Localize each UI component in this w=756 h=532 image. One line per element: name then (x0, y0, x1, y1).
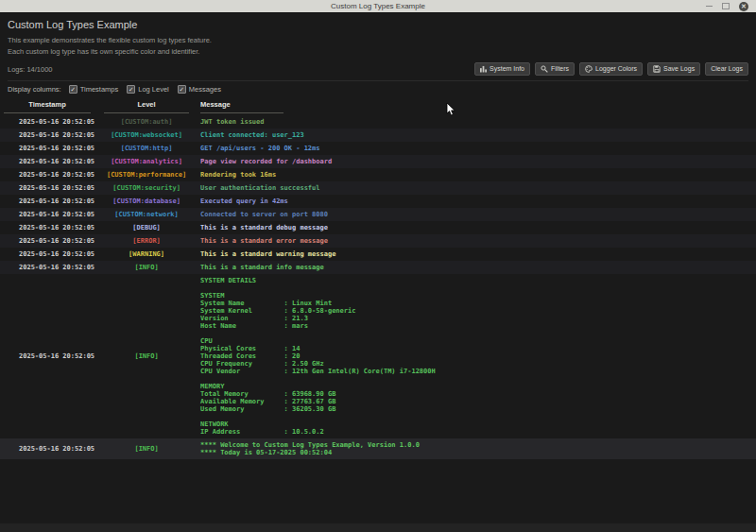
log-message: User authentication successful (198, 181, 756, 195)
log-message: **** Welcome to Custom Log Types Example… (198, 438, 756, 459)
button-label: System Info (490, 65, 524, 73)
log-message: SYSTEM DETAILS SYSTEM System Name : Linu… (198, 274, 756, 438)
minimize-icon[interactable] (706, 6, 713, 7)
log-message: Rendering took 16ms (198, 168, 756, 181)
log-level: [DEBUG] (94, 224, 198, 232)
header-level[interactable]: Level (94, 100, 198, 109)
display-columns-label: Display columns: (8, 85, 61, 94)
button-label: Save Logs (663, 65, 695, 73)
log-row[interactable]: 2025-05-16 20:52:05[CUSTOM:security]User… (0, 181, 756, 195)
clear-logs-button[interactable]: Clear Logs (705, 62, 748, 76)
log-timestamp: 2025-05-16 20:52:05 (0, 171, 94, 179)
checkbox-label: Messages (189, 85, 221, 94)
log-message: JWT token issued (198, 115, 756, 129)
log-timestamp: 2025-05-16 20:52:05 (0, 118, 94, 126)
window-title: Custom Log Types Example (0, 0, 756, 12)
description-line-1: This example demonstrates the flexible c… (8, 36, 748, 44)
logs-count: Logs: 14/1000 (8, 65, 53, 74)
log-level: [INFO] (94, 352, 198, 360)
window-bottom-edge (0, 523, 756, 532)
log-level: [CUSTOM:http] (94, 145, 198, 152)
filters-button[interactable]: Filters (535, 62, 575, 76)
log-message: This is a standard info message (198, 261, 756, 274)
header-timestamp[interactable]: Timestamp (0, 100, 94, 109)
checkbox-icon[interactable]: ✓ (127, 85, 135, 94)
log-message: Executed query in 42ms (198, 195, 756, 208)
window-titlebar: Custom Log Types Example ✕ (0, 0, 756, 13)
maximize-icon[interactable] (722, 3, 730, 9)
log-message: This is a standard debug message (198, 221, 756, 234)
log-level: [CUSTOM:network] (94, 211, 198, 218)
save-logs-button[interactable]: Save Logs (647, 62, 700, 76)
log-message: Page view recorded for /dashboard (198, 155, 756, 168)
magnifier-icon (541, 65, 548, 73)
log-timestamp: 2025-05-16 20:52:05 (0, 211, 94, 218)
level-underline (104, 111, 189, 113)
log-row[interactable]: 2025-05-16 20:52:05[CUSTOM:network]Conne… (0, 208, 756, 221)
log-timestamp: 2025-05-16 20:52:05 (0, 352, 94, 360)
log-message: This is a standard error message (198, 234, 756, 248)
log-level: [WARNING] (94, 250, 198, 258)
log-row[interactable]: 2025-05-16 20:52:05[WARNING]This is a st… (0, 248, 756, 261)
log-timestamp: 2025-05-16 20:52:05 (0, 197, 94, 205)
log-timestamp: 2025-05-16 20:52:05 (0, 224, 94, 232)
log-level: [CUSTOM:analytics] (94, 158, 198, 165)
logger-colors-button[interactable]: Logger Colors (579, 62, 643, 76)
window-controls: ✕ (706, 0, 748, 12)
main-content: Custom Log Types Example This example de… (0, 19, 756, 459)
log-row[interactable]: 2025-05-16 20:52:05[CUSTOM:http]GET /api… (0, 142, 756, 155)
log-timestamp: 2025-05-16 20:52:05 (0, 145, 94, 152)
log-row[interactable]: 2025-05-16 20:52:05[CUSTOM:analytics]Pag… (0, 155, 756, 168)
log-level: [CUSTOM:database] (94, 197, 198, 205)
log-level: [CUSTOM:performance] (94, 171, 198, 179)
display-columns-bar: Display columns: ✓Timestamps✓Log Level✓M… (8, 85, 748, 94)
log-timestamp: 2025-05-16 20:52:05 (0, 184, 94, 192)
header-underlines (0, 111, 756, 114)
close-icon[interactable]: ✕ (739, 2, 748, 11)
log-row[interactable]: 2025-05-16 20:52:05[INFO]SYSTEM DETAILS … (0, 274, 756, 438)
log-level: [CUSTOM:auth] (94, 118, 198, 126)
checkbox-messages[interactable]: ✓Messages (178, 85, 221, 94)
checkbox-label: Timestamps (80, 85, 119, 94)
button-label: Clear Logs (711, 65, 743, 73)
message-underline (200, 111, 284, 113)
button-label: Filters (551, 65, 569, 73)
save-icon (653, 65, 661, 73)
log-row[interactable]: 2025-05-16 20:52:05[CUSTOM:websocket]Cli… (0, 129, 756, 142)
checkbox-log-level[interactable]: ✓Log Level (127, 85, 169, 94)
checkbox-label: Log Level (138, 85, 169, 94)
log-message: This is a standard warning message (198, 248, 756, 261)
log-message: Connected to server on port 8080 (198, 208, 756, 221)
log-row[interactable]: 2025-05-16 20:52:05[CUSTOM:performance]R… (0, 168, 756, 181)
log-row[interactable]: 2025-05-16 20:52:05[ERROR]This is a stan… (0, 234, 756, 248)
log-level: [ERROR] (94, 237, 198, 245)
checkbox-timestamps[interactable]: ✓Timestamps (69, 85, 119, 94)
bar-chart-icon (480, 65, 487, 73)
button-label: Logger Colors (595, 65, 637, 73)
toolbar: Logs: 14/1000 System InfoFiltersLogger C… (8, 62, 748, 81)
description-line-2: Each custom log type has its own specifi… (8, 47, 748, 56)
log-timestamp: 2025-05-16 20:52:05 (0, 131, 94, 139)
checkbox-icon[interactable]: ✓ (178, 85, 186, 94)
table-header-row: Timestamp Level Message (0, 97, 756, 111)
header-message[interactable]: Message (198, 100, 756, 109)
log-level: [CUSTOM:websocket] (94, 131, 198, 139)
log-row[interactable]: 2025-05-16 20:52:05[CUSTOM:auth]JWT toke… (0, 115, 756, 129)
log-level: [INFO] (94, 445, 198, 453)
palette-icon (585, 65, 593, 73)
log-message: GET /api/users - 200 OK - 12ms (198, 142, 756, 155)
log-row[interactable]: 2025-05-16 20:52:05[CUSTOM:database]Exec… (0, 195, 756, 208)
column-checkboxes: ✓Timestamps✓Log Level✓Messages (69, 85, 221, 94)
log-row[interactable]: 2025-05-16 20:52:05[DEBUG]This is a stan… (0, 221, 756, 234)
timestamp-underline (4, 111, 91, 113)
log-row[interactable]: 2025-05-16 20:52:05[INFO]**** Welcome to… (0, 438, 756, 459)
system-info-button[interactable]: System Info (474, 62, 530, 76)
log-timestamp: 2025-05-16 20:52:05 (0, 250, 94, 258)
log-level: [CUSTOM:security] (94, 184, 198, 192)
log-timestamp: 2025-05-16 20:52:05 (0, 445, 94, 453)
log-timestamp: 2025-05-16 20:52:05 (0, 237, 94, 245)
log-table: Timestamp Level Message 2025-05-16 20:52… (0, 97, 756, 459)
log-timestamp: 2025-05-16 20:52:05 (0, 158, 94, 165)
checkbox-icon[interactable]: ✓ (69, 85, 77, 94)
log-row[interactable]: 2025-05-16 20:52:05[INFO]This is a stand… (0, 261, 756, 274)
